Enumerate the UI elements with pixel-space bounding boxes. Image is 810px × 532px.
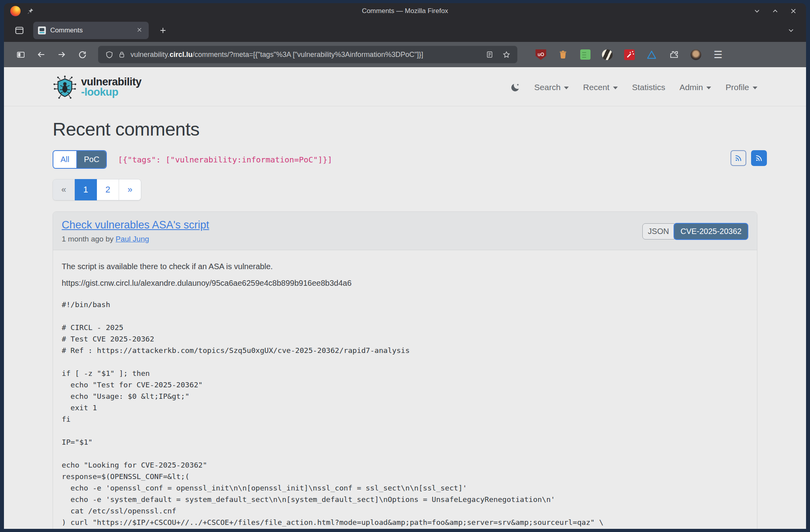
page-content: vulnerability -lookup Search Recent Stat… [4, 67, 806, 529]
tab-label: Comments [50, 26, 135, 34]
brand-logo[interactable]: vulnerability -lookup [53, 75, 142, 100]
filter-row: All PoC [{"tags": ["vulnerability:inform… [53, 150, 757, 169]
comment-card-header: Check vulnerables ASA's script 1 month a… [53, 212, 757, 250]
magic-wand-extension-icon[interactable] [624, 49, 635, 60]
forward-button[interactable] [53, 46, 70, 63]
main-nav: Search Recent Statistics Admin Profile [510, 83, 757, 92]
comment-gist-url: https://gist.cnw.circl.lu/alexandre.dula… [62, 279, 748, 288]
tab-close-icon[interactable] [135, 26, 144, 35]
page-title: Recent comments [53, 118, 757, 140]
nav-item-profile[interactable]: Profile [725, 83, 757, 92]
hamburger-menu-icon[interactable]: ☰ [713, 49, 723, 60]
minimize-button[interactable] [753, 7, 761, 15]
account-avatar-icon[interactable] [691, 49, 701, 60]
tracking-protection-shield-icon[interactable] [103, 48, 115, 61]
pagination-next-button[interactable]: » [119, 179, 141, 200]
vulnerability-lookup-logo-icon [53, 75, 77, 100]
brand-text: vulnerability -lookup [81, 77, 142, 97]
tab-favicon-icon [38, 26, 46, 34]
nav-item-statistics[interactable]: Statistics [632, 83, 665, 92]
comment-code-block: #!/bin/bash # CIRCL - 2025 # Test CVE 20… [62, 299, 748, 528]
comment-badges: JSON CVE-2025-20362 [642, 223, 748, 240]
browser-window: Comments — Mozilla Firefox Comments [4, 3, 806, 529]
comment-author-link[interactable]: Paul Jung [115, 235, 149, 243]
rss-feed-solid-button[interactable] [751, 150, 767, 166]
pagination-prev-button[interactable]: « [53, 179, 75, 200]
pagination-page-2[interactable]: 2 [97, 179, 119, 200]
extensions-puzzle-icon[interactable] [668, 49, 679, 60]
title-bar: Comments — Mozilla Firefox [4, 3, 806, 19]
chevron-down-icon [753, 87, 757, 89]
comment-body: The script is available there to check i… [53, 250, 757, 529]
chevron-down-icon [564, 87, 569, 89]
warning-triangle-extension-icon[interactable] [646, 49, 657, 60]
json-badge[interactable]: JSON [642, 223, 674, 240]
maximize-button[interactable] [771, 7, 779, 15]
rss-feed-outline-button[interactable] [731, 150, 746, 166]
comment-paragraph: The script is available there to check i… [62, 262, 748, 271]
pagination-page-1[interactable]: 1 [75, 179, 97, 200]
url-text: vulnerability.circl.lu/comments/?meta=[{… [131, 51, 483, 59]
comment-card: Check vulnerables ASA's script 1 month a… [53, 211, 757, 529]
trash-extension-icon[interactable] [558, 49, 568, 60]
reader-mode-icon[interactable] [483, 48, 496, 61]
firefox-view-icon[interactable] [11, 22, 28, 39]
comment-meta: 1 month ago by Paul Jung [62, 235, 209, 243]
extension-toolbar: uO ☰ [536, 49, 723, 60]
nav-item-admin[interactable]: Admin [679, 83, 712, 92]
url-bar[interactable]: vulnerability.circl.lu/comments/?meta=[{… [98, 46, 517, 63]
window-title: Comments — Mozilla Firefox [4, 7, 806, 15]
nav-item-search[interactable]: Search [534, 83, 569, 92]
list-all-tabs-button[interactable] [783, 23, 799, 38]
tab-comments[interactable]: Comments [33, 22, 149, 39]
nav-item-recent[interactable]: Recent [583, 83, 618, 92]
filter-button-group: All PoC [53, 150, 107, 169]
chevron-down-icon [613, 87, 618, 89]
new-tab-button[interactable] [155, 23, 171, 38]
comment-title-link[interactable]: Check vulnerables ASA's script [62, 219, 209, 231]
cve-badge[interactable]: CVE-2025-20362 [674, 223, 748, 240]
filter-poc-button[interactable]: PoC [76, 151, 106, 168]
navigation-toolbar: vulnerability.circl.lu/comments/?meta=[{… [4, 42, 806, 67]
pagination: « 1 2 » [53, 179, 141, 200]
close-window-button[interactable] [789, 7, 797, 15]
privacy-badger-icon[interactable] [602, 49, 613, 60]
filter-all-button[interactable]: All [53, 151, 76, 168]
url-domain: circl.lu [170, 51, 193, 58]
notes-extension-icon[interactable] [580, 49, 590, 60]
sidebar-toggle-icon[interactable] [12, 46, 29, 63]
back-button[interactable] [32, 46, 50, 63]
reload-button[interactable] [74, 46, 91, 63]
lock-icon[interactable] [115, 48, 128, 61]
tab-strip: Comments [4, 19, 806, 42]
ublock-origin-icon[interactable]: uO [536, 49, 546, 60]
bookmark-star-icon[interactable] [500, 48, 513, 61]
site-header: vulnerability -lookup Search Recent Stat… [4, 67, 806, 106]
chevron-down-icon [706, 87, 711, 89]
filter-query-text: [{"tags": ["vulnerability:information=Po… [118, 155, 332, 164]
dark-mode-toggle-icon[interactable] [510, 83, 520, 92]
